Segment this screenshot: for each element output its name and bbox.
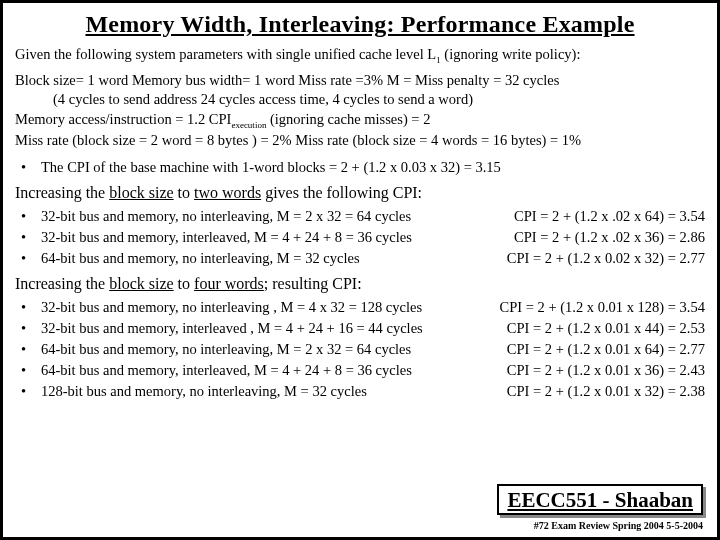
params-l2b: (ignoring cache misses) = 2 <box>266 111 430 127</box>
footer-slide-info: #72 Exam Review Spring 2004 5-5-2004 <box>534 520 703 531</box>
params-l2a: Memory access/instruction = 1.2 CPI <box>15 111 231 127</box>
item-left: 128-bit bus and memory, no interleaving,… <box>41 381 499 402</box>
list-item: • 64-bit bus and memory, interleaved, M … <box>21 360 705 381</box>
list-item: • 32-bit bus and memory, no interleaving… <box>21 297 705 318</box>
s4c: to <box>174 275 194 292</box>
s4a: Increasing the <box>15 275 109 292</box>
bullet-dot: • <box>21 339 41 360</box>
section-four-words: Increasing the block size to four words;… <box>15 275 705 293</box>
section-two-words: Increasing the block size to two words g… <box>15 184 705 202</box>
bullet-dot: • <box>21 248 41 269</box>
list-item: • 32-bit bus and memory, no interleaving… <box>21 206 705 227</box>
bullet-dot: • <box>21 227 41 248</box>
intro-pre: Given the following system parameters wi… <box>15 46 436 62</box>
item-left: 32-bit bus and memory, interleaved , M =… <box>41 318 499 339</box>
item-right: CPI = 2 + (1.2 x 0.01 x 128) = 3.54 <box>492 297 705 318</box>
intro-post: (ignoring write policy): <box>441 46 581 62</box>
list-item: • 32-bit bus and memory, interleaved, M … <box>21 227 705 248</box>
bullet-dot: • <box>21 206 41 227</box>
list-item: • 64-bit bus and memory, no interleaving… <box>21 339 705 360</box>
params-block: Block size= 1 word Memory bus width= 1 w… <box>15 71 705 151</box>
list-item: • 64-bit bus and memory, no interleaving… <box>21 248 705 269</box>
params-l2sub: execution <box>231 120 266 130</box>
item-left: 64-bit bus and memory, interleaved, M = … <box>41 360 499 381</box>
base-cpi-text: The CPI of the base machine with 1-word … <box>41 159 501 176</box>
s2c: to <box>174 184 194 201</box>
item-right: CPI = 2 + (1.2 x 0.01 x 36) = 2.43 <box>499 360 705 381</box>
list-item: • 32-bit bus and memory, interleaved , M… <box>21 318 705 339</box>
bullet-dot: • <box>21 381 41 402</box>
item-left: 64-bit bus and memory, no interleaving, … <box>41 339 499 360</box>
item-right: CPI = 2 + (1.2 x 0.02 x 32) = 2.77 <box>499 248 705 269</box>
params-line1b: (4 cycles to send address 24 cycles acce… <box>15 90 705 110</box>
item-left: 32-bit bus and memory, no interleaving, … <box>41 206 506 227</box>
s2a: Increasing the <box>15 184 109 201</box>
params-line2: Memory access/instruction = 1.2 CPIexecu… <box>15 110 705 131</box>
item-right: CPI = 2 + (1.2 x .02 x 64) = 3.54 <box>506 206 705 227</box>
s2d: two words <box>194 184 261 201</box>
item-right: CPI = 2 + (1.2 x 0.01 x 64) = 2.77 <box>499 339 705 360</box>
item-left: 32-bit bus and memory, interleaved, M = … <box>41 227 506 248</box>
slide-title: Memory Width, Interleaving: Performance … <box>13 11 707 38</box>
list-item: • 128-bit bus and memory, no interleavin… <box>21 381 705 402</box>
params-line1: Block size= 1 word Memory bus width= 1 w… <box>15 71 705 91</box>
footer-course-box: EECC551 - Shaaban <box>497 484 703 515</box>
four-words-list: • 32-bit bus and memory, no interleaving… <box>21 297 705 402</box>
two-words-list: • 32-bit bus and memory, no interleaving… <box>21 206 705 269</box>
item-right: CPI = 2 + (1.2 x .02 x 36) = 2.86 <box>506 227 705 248</box>
item-left: 64-bit bus and memory, no interleaving, … <box>41 248 499 269</box>
bullet-dot: • <box>21 297 41 318</box>
item-left: 32-bit bus and memory, no interleaving ,… <box>41 297 492 318</box>
item-right: CPI = 2 + (1.2 x 0.01 x 44) = 2.53 <box>499 318 705 339</box>
s2b: block size <box>109 184 173 201</box>
s4e: ; resulting CPI: <box>264 275 362 292</box>
bullet-dot: • <box>21 159 41 176</box>
s4b: block size <box>109 275 173 292</box>
base-cpi-row: • The CPI of the base machine with 1-wor… <box>21 159 705 176</box>
bullet-dot: • <box>21 360 41 381</box>
s2e: gives the following CPI: <box>261 184 422 201</box>
slide-frame: Memory Width, Interleaving: Performance … <box>0 0 720 540</box>
params-line3: Miss rate (block size = 2 word = 8 bytes… <box>15 131 705 151</box>
bullet-dot: • <box>21 318 41 339</box>
intro-line: Given the following system parameters wi… <box>15 46 705 65</box>
s4d: four words <box>194 275 264 292</box>
item-right: CPI = 2 + (1.2 x 0.01 x 32) = 2.38 <box>499 381 705 402</box>
